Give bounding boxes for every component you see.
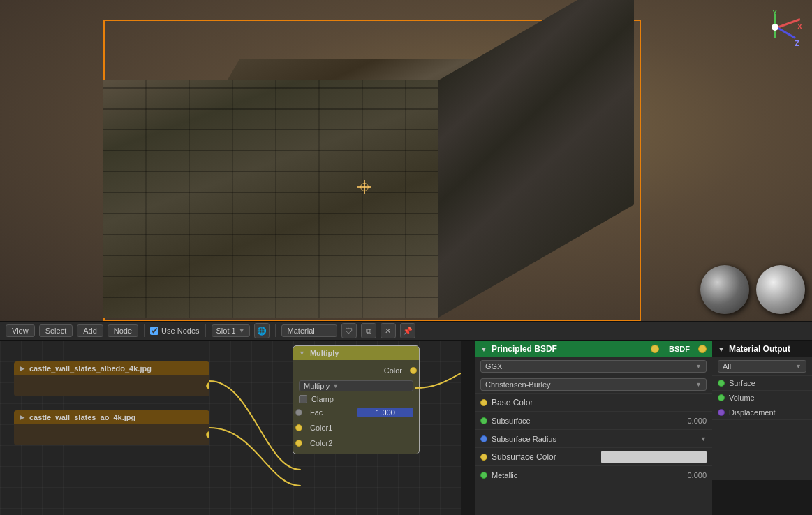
view-menu-button[interactable]: View: [6, 324, 35, 337]
albedo-texture-node[interactable]: ▶ castle_wall_slates_albedo_4k.jpg: [14, 361, 209, 396]
shield-icon-button[interactable]: 🛡: [341, 323, 357, 338]
clamp-checkbox[interactable]: [299, 395, 307, 403]
bsdf-subsurface-method-row: Christensen-Burley ▼: [475, 375, 712, 394]
use-nodes-toggle[interactable]: Use Nodes: [150, 327, 199, 335]
bsdf-subsurface-color-label: Subsurface Color: [492, 452, 597, 462]
cube-face-right: [438, 0, 634, 318]
matout-displacement-label: Displacement: [729, 408, 776, 417]
bsdf-subsurface-method-dropdown[interactable]: Christensen-Burley ▼: [480, 378, 707, 391]
multiply-color2-row: Color2: [293, 435, 419, 451]
toolbar-separator-2: [205, 324, 206, 337]
multiply-node-header: ▼ Multiply: [293, 346, 419, 360]
matout-displacement-row: Displacement: [712, 405, 812, 420]
select-menu-button[interactable]: Select: [39, 324, 73, 337]
matout-all-dropdown[interactable]: All ▼: [718, 360, 806, 373]
matout-volume-label: Volume: [729, 394, 755, 402]
gizmo-y-label: Y: [772, 8, 777, 17]
color2-input-socket[interactable]: [295, 440, 302, 447]
ao-texture-node[interactable]: ▶ castle_wall_slates_ao_4k.jpg: [14, 410, 209, 445]
bsdf-subsurface-radius-row: Subsurface Radius ▼: [475, 430, 712, 448]
matout-title: Material Output: [729, 344, 790, 354]
crosshair-circle: [360, 183, 369, 191]
multiply-node-body: Color Multiply ▼ Clamp Fac: [293, 360, 419, 454]
multiply-fac-row: Fac: [293, 405, 419, 420]
ao-node-body: [14, 424, 209, 445]
matout-dropdown-row: All ▼: [712, 357, 812, 376]
multiply-node[interactable]: ▼ Multiply Color Multiply ▼ Clamp: [293, 346, 419, 454]
copy-icon-button[interactable]: ⧉: [361, 323, 376, 338]
subsurface-color-swatch[interactable]: [601, 451, 707, 463]
ao-node-title: castle_wall_slates_ao_4k.jpg: [29, 413, 135, 421]
material-sphere[interactable]: [756, 265, 805, 314]
gizmo-z-axis: [776, 27, 795, 39]
fac-input-socket[interactable]: [295, 409, 302, 416]
node-multiply-arrow: ▼: [299, 350, 305, 357]
bsdf-metallic-label: Metallic: [492, 471, 660, 479]
toolbar-separator-3: [275, 324, 276, 337]
matout-surface-label: Surface: [729, 379, 755, 387]
bsdf-expand-arrow: ▼: [480, 345, 487, 353]
material-previews: [700, 265, 805, 314]
node-menu-button[interactable]: Node: [108, 324, 138, 337]
gizmo-z-label: Z: [795, 39, 799, 47]
environment-sphere[interactable]: [700, 265, 749, 314]
use-nodes-checkbox[interactable]: [150, 327, 158, 335]
bsdf-panel-header: ▼ Principled BSDF BSDF: [475, 341, 712, 357]
multiply-blend-dropdown[interactable]: Multiply ▼: [293, 378, 419, 394]
bsdf-title: Principled BSDF: [492, 344, 557, 354]
fac-value-input[interactable]: [357, 408, 413, 417]
bsdf-base-color-label: Base Color: [492, 398, 707, 408]
bsdf-base-color-socket[interactable]: [480, 399, 487, 406]
multiply-clamp-row: Clamp: [293, 394, 419, 405]
bsdf-base-color-row: Base Color: [475, 394, 712, 412]
gizmo-center: [772, 24, 778, 31]
material-name-field[interactable]: Material: [281, 324, 337, 337]
material-output-header: ▼ Material Output: [712, 341, 812, 357]
node-expand-arrow: ▶: [20, 365, 24, 372]
bsdf-subsurface-radius-label: Subsurface Radius: [492, 435, 696, 443]
node-editor-toolbar: View Select Add Node Use Nodes Slot 1 ▼ …: [0, 321, 812, 341]
bsdf-subsurface-value: 0.000: [665, 417, 707, 425]
bsdf-label: BSDF: [669, 345, 690, 353]
color1-input-socket[interactable]: [295, 424, 302, 431]
albedo-output-row: [14, 378, 209, 394]
matout-displacement-socket[interactable]: [718, 409, 725, 416]
albedo-color-socket[interactable]: [206, 382, 209, 389]
bsdf-subsurface-color-socket[interactable]: [480, 454, 487, 461]
toolbar-separator: [144, 324, 145, 337]
bsdf-metallic-socket[interactable]: [480, 472, 487, 479]
globe-icon-button[interactable]: 🌐: [254, 323, 270, 338]
bsdf-subsurface-color-row: Subsurface Color: [475, 448, 712, 466]
bsdf-metallic-row: Metallic 0.000: [475, 466, 712, 484]
viewport[interactable]: X Y Z: [0, 0, 812, 321]
ao-color-socket[interactable]: [206, 431, 209, 438]
bsdf-output-socket[interactable]: [651, 345, 659, 353]
bsdf-distribution-row: GGX ▼: [475, 357, 712, 375]
multiply-color1-row: Color1: [293, 420, 419, 435]
multiply-output-socket[interactable]: [410, 367, 417, 374]
bsdf-distribution-dropdown[interactable]: GGX ▼: [480, 360, 707, 373]
node-editor-canvas[interactable]: ▶ castle_wall_slates_albedo_4k.jpg ▶ cas…: [0, 341, 461, 515]
close-icon-button[interactable]: ✕: [381, 323, 396, 338]
pin-icon-button[interactable]: 📌: [400, 323, 415, 338]
node-expand-arrow-ao: ▶: [20, 414, 24, 421]
matout-expand-arrow: ▼: [718, 345, 725, 353]
bsdf-subsurface-row: Subsurface 0.000: [475, 412, 712, 430]
matout-surface-socket[interactable]: [718, 380, 725, 387]
material-output-panel: ▼ Material Output All ▼ Surface Volume D…: [712, 341, 812, 480]
cube-face-front: [103, 80, 438, 318]
principled-bsdf-panel: ▼ Principled BSDF BSDF GGX ▼ Christensen…: [475, 341, 712, 515]
add-menu-button[interactable]: Add: [77, 324, 103, 337]
3d-cursor: [357, 180, 371, 194]
bsdf-subsurface-radius-socket[interactable]: [480, 435, 487, 442]
ao-output-row: [14, 427, 209, 442]
navigation-gizmo[interactable]: X Y Z: [749, 7, 805, 63]
bsdf-subsurface-socket[interactable]: [480, 417, 487, 424]
matout-volume-socket[interactable]: [718, 394, 725, 401]
bsdf-bsdf-socket[interactable]: [698, 345, 707, 353]
ao-node-header: ▶ castle_wall_slates_ao_4k.jpg: [14, 410, 209, 424]
slot-dropdown[interactable]: Slot 1 ▼: [212, 324, 250, 337]
gizmo-x-label: X: [797, 22, 802, 31]
bsdf-subsurface-label: Subsurface: [492, 417, 660, 425]
albedo-node-title: castle_wall_slates_albedo_4k.jpg: [29, 364, 152, 373]
